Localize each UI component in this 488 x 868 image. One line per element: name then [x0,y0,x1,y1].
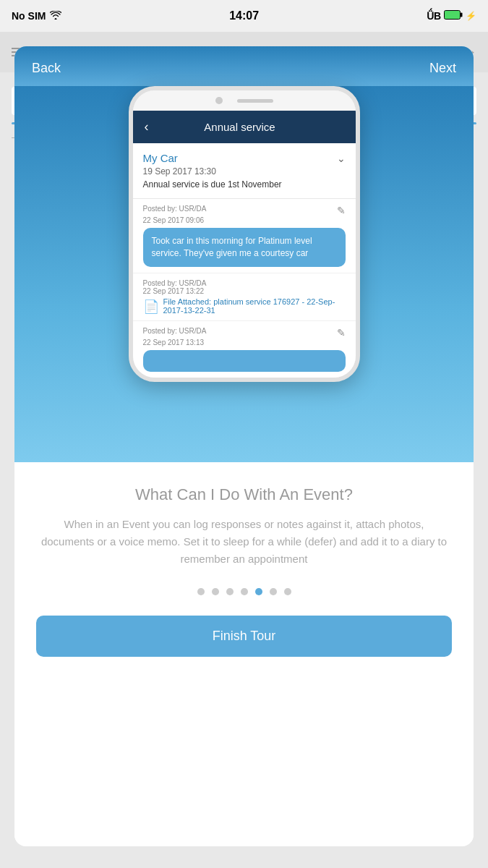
modal-description: When in an Event you can log responses o… [36,516,452,568]
modal-title: What Can I Do With An Event? [135,485,353,504]
pdf-icon: 📄 [143,299,159,315]
dot-6 [270,588,277,595]
modal-bottom: What Can I Do With An Event? When in an … [14,462,474,846]
phone-note-1: Posted by: USR/DA ✎ 22 Sep 2017 09:06 To… [133,199,356,273]
phone-note-3: Posted by: USR/DA ✎ 22 Sep 2017 13:13 [133,321,356,378]
wifi-icon [50,10,61,22]
phone-note-1-meta: Posted by: USR/DA ✎ [143,205,346,216]
phone-notch [133,90,356,111]
phone-attachment-meta: Posted by: USR/DA 22 Sep 2017 13:22 [143,279,346,295]
phone-car-name: My Car ⌄ [143,152,346,164]
phone-mockup-area: ‹ Annual service My Car ⌄ 19 Sep 2017 13… [14,86,474,462]
status-right: ǗB ⚡ [427,10,476,22]
bluetooth-icon: ǗB [427,10,441,22]
modal-overlay: Back Next ‹ Annual service [0,32,488,868]
phone-event-date: 19 Sep 2017 13:30 [143,166,346,176]
dot-1 [197,588,205,595]
phone-back-arrow-icon: ‹ [145,119,149,135]
phone-notes-section: Posted by: USR/DA ✎ 22 Sep 2017 09:06 To… [133,199,356,378]
phone-screen-title: Annual service [156,121,324,133]
chevron-down-icon: ⌄ [337,153,346,164]
next-button[interactable]: Next [429,61,456,76]
phone-note-3-bubble [143,350,346,372]
dot-2 [212,588,219,595]
battery-icon [444,10,463,22]
modal-header: Back Next [14,46,474,86]
phone-frame: ‹ Annual service My Car ⌄ 19 Sep 2017 13… [129,86,360,382]
status-time: 14:07 [229,9,259,22]
svg-rect-0 [445,11,461,20]
dot-4 [241,588,248,595]
edit-icon-1: ✎ [337,205,346,216]
edit-icon-3: ✎ [337,327,346,339]
svg-rect-1 [461,13,463,17]
phone-attachment-name: File Attached: platinum service 176927 -… [163,297,346,315]
carrier-label: No SIM [12,10,46,22]
phone-note-3-meta: Posted by: USR/DA ✎ [143,327,346,339]
modal-nav: Back Next [32,61,456,86]
phone-screen: ‹ Annual service My Car ⌄ 19 Sep 2017 13… [133,111,356,378]
phone-app-header: ‹ Annual service [133,111,356,143]
phone-attachment: Posted by: USR/DA 22 Sep 2017 13:22 📄 Fi… [133,273,356,321]
modal-card: Back Next ‹ Annual service [14,46,474,846]
phone-speaker [237,99,273,103]
phone-event-section: My Car ⌄ 19 Sep 2017 13:30 Annual servic… [133,143,356,199]
phone-note-1-bubble: Took car in this morning for Platinum le… [143,228,346,267]
status-left: No SIM [12,10,61,22]
dot-5-active [255,588,262,595]
back-button[interactable]: Back [32,61,61,76]
dots-indicator [197,588,291,595]
phone-event-desc: Annual service is due 1st November [143,179,346,190]
dot-7 [284,588,291,595]
status-bar: No SIM 14:07 ǗB ⚡ [0,0,488,32]
phone-camera [215,97,223,104]
charging-icon: ⚡ [466,11,476,21]
dot-3 [226,588,234,595]
finish-tour-button[interactable]: Finish Tour [36,616,452,657]
